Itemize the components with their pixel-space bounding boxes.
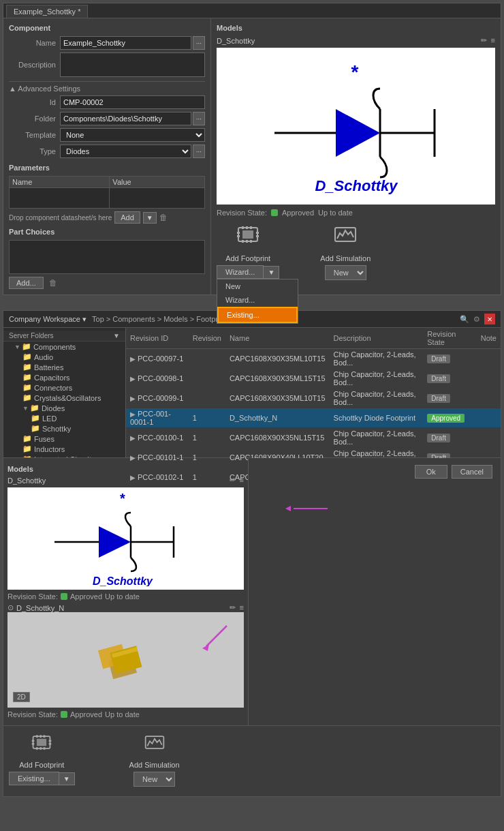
advanced-title[interactable]: ▲ Advanced Settings [9, 85, 205, 93]
svg-rect-11 [237, 235, 240, 237]
col-note[interactable]: Note [477, 328, 501, 349]
3d-arrow-indicator [193, 622, 234, 658]
name-dots-button[interactable]: ··· [193, 36, 205, 50]
schottky-svg: * D_Schottky [254, 58, 458, 194]
bottom-simulation-icon [144, 731, 166, 758]
tree-item-components[interactable]: ▼📁Components [3, 342, 125, 352]
bottom-simulation-dropdown[interactable]: New [133, 772, 175, 787]
svg-text:D_Schottky: D_Schottky [315, 177, 398, 194]
table-row[interactable]: ▶PCC-00100-1 1 CAPC1608X90X35NL15T15 Chi… [126, 428, 501, 448]
delete-datasheet-button[interactable]: 🗑 [159, 213, 168, 222]
table-row[interactable]: ▶PCC-00097-1 CAPC1608X90X35ML10T15 Chip … [126, 349, 501, 369]
footprint-wizard-arrow[interactable]: ▼ [264, 266, 279, 279]
svg-text:*: * [120, 491, 125, 506]
svg-rect-46 [36, 747, 38, 750]
tree-item-inductors[interactable]: 📁Inductors [3, 444, 125, 454]
dropdown-wizard-item[interactable]: Wizard... [217, 293, 298, 307]
add-footprint-label: Add Footprint [225, 254, 270, 262]
bottom-schottky-svg: * D_Schottky [41, 491, 211, 586]
add-simulation-label: Add Simulation [320, 254, 371, 262]
param-name-cell[interactable] [10, 188, 110, 209]
tree-item-crystals[interactable]: 📁Crystals&Oscillators [3, 393, 125, 403]
bottom-model-name: D_Schottky [7, 477, 46, 485]
template-dropdown[interactable]: None [60, 128, 205, 142]
bottom-existing-arrow[interactable]: ▼ [59, 772, 75, 785]
dialog-close-button[interactable]: ✕ [484, 314, 495, 324]
add-datasheet-arrow[interactable]: ▼ [143, 212, 157, 224]
tree-item-fuses[interactable]: 📁Fuses [3, 434, 125, 444]
table-row[interactable]: ▶PCC-001-0001-1 1 D_Schottky_N Schottky … [126, 408, 501, 428]
datasheet-row: Drop component datasheet/s here Add ▼ 🗑 [9, 211, 205, 224]
folder-dots-button[interactable]: ··· [193, 112, 205, 125]
bottom-approved-dot [61, 593, 67, 600]
svg-marker-2 [336, 109, 380, 157]
table-row[interactable]: ▶PCC-00098-1 CAPC1608X90X35ML15T15 Chip … [126, 369, 501, 389]
svg-rect-47 [40, 747, 42, 750]
bottom-menu-icon[interactable]: ≡ [240, 476, 244, 485]
description-label: Description [9, 61, 60, 69]
search-icon[interactable]: 🔍 [460, 315, 469, 324]
bottom-models-area: Models D_Schottky ✏ ≡ * [3, 457, 501, 725]
tree-item-audio[interactable]: 📁Audio [3, 352, 125, 362]
svg-rect-18 [250, 240, 252, 243]
tree-item-connectors[interactable]: 📁Connectors [3, 382, 125, 393]
tree-item-led[interactable]: 📁LED [3, 413, 125, 423]
models-section-label: Models [217, 24, 495, 32]
dropdown-existing-item[interactable]: Existing... [217, 307, 298, 323]
type-label: Type [9, 147, 60, 155]
svg-rect-15 [250, 226, 252, 229]
edit-icon[interactable]: ✏ [481, 36, 487, 45]
delete-part-choice-button[interactable]: 🗑 [49, 278, 57, 288]
top-content: Component Name ··· Description ▲ Advance… [3, 18, 501, 294]
col-revision[interactable]: Revision [189, 328, 225, 349]
tree-item-ic[interactable]: 📁Integrated Circuits [3, 454, 125, 457]
tree-item-capacitors[interactable]: 📁Capacitors [3, 372, 125, 382]
col-description[interactable]: Description [330, 328, 424, 349]
name-input[interactable] [60, 36, 191, 50]
part-choices-label: Part Choices [9, 228, 205, 236]
id-input[interactable] [60, 95, 205, 109]
bottom-dialog: Company Workspace ▾ Top > Components > M… [3, 310, 501, 797]
gear-icon[interactable]: ⚙ [473, 315, 480, 324]
tree-item-diodes[interactable]: ▼📁Diodes [3, 403, 125, 413]
menu-icon[interactable]: ≡ [491, 36, 495, 45]
dropdown-new-item[interactable]: New [217, 279, 298, 293]
type-dots-button[interactable]: ··· [193, 145, 205, 158]
file-list-area: Revision ID Revision Name Description Re… [126, 328, 501, 457]
fp-approved-dot [61, 711, 67, 718]
col-name[interactable]: Name [225, 328, 330, 349]
tree-item-batteries[interactable]: 📁Batteries [3, 362, 125, 372]
add-part-choice-button[interactable]: Add... [9, 277, 44, 289]
folder-input[interactable] [60, 112, 191, 125]
col-state[interactable]: Revision State [423, 328, 476, 349]
svg-rect-45 [44, 735, 46, 738]
simulation-new-dropdown[interactable]: New [325, 265, 366, 280]
params-table: Name Value [9, 176, 205, 209]
type-dropdown[interactable]: Diodes [60, 145, 191, 158]
description-input[interactable] [60, 52, 205, 77]
bottom-add-simulation-label: Add Simulation [129, 761, 180, 769]
svg-text:*: * [351, 61, 358, 82]
svg-rect-8 [242, 230, 253, 239]
advanced-settings: ▲ Advanced Settings Id Folder ··· Templa… [9, 81, 205, 158]
fp-edit-icon[interactable]: ✏ [230, 603, 236, 612]
up-to-date-label: Up to date [318, 209, 353, 217]
fp-menu-icon[interactable]: ≡ [240, 603, 244, 612]
add-datasheet-button[interactable]: Add [114, 211, 140, 224]
cancel-button[interactable]: Cancel [452, 465, 492, 479]
col-revision-id[interactable]: Revision ID [126, 328, 189, 349]
bottom-edit-icon[interactable]: ✏ [230, 476, 236, 485]
svg-rect-14 [246, 226, 248, 229]
add-footprint-item: Add Footprint Wizard... ▼ New Wizard... … [217, 222, 279, 280]
status-badge: Draft [427, 354, 450, 363]
bottom-model-right: Ok Cancel [249, 458, 501, 725]
tree-item-schottky[interactable]: 📁Schottky [3, 423, 125, 434]
ok-button[interactable]: Ok [415, 465, 447, 479]
table-row[interactable]: ▶PCC-00099-1 CAPC1608X90X35ML10T15 Chip … [126, 389, 501, 408]
svg-line-33 [206, 626, 227, 646]
footprint-wizard-btn[interactable]: Wizard... [217, 265, 264, 279]
main-tab[interactable]: Example_Schottky * [6, 5, 88, 18]
bottom-model-name-bar: D_Schottky ✏ ≡ [7, 476, 244, 485]
bottom-existing-btn[interactable]: Existing... [9, 772, 59, 785]
param-value-cell[interactable] [110, 188, 205, 209]
